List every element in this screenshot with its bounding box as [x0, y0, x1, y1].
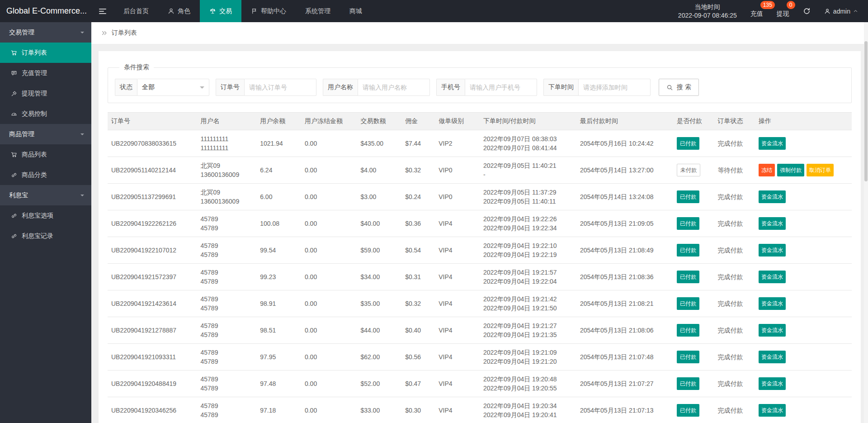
recharge-label: 充值 — [750, 10, 763, 17]
cell-commission: $0.47 — [401, 371, 435, 397]
cell-commission: $0.32 — [401, 290, 435, 317]
local-time-label: 当地时间 — [678, 3, 737, 11]
nav-item-mall[interactable]: 商城 — [340, 0, 372, 22]
order-time-field-group: 下单时间 — [543, 79, 651, 96]
cell-balance: 98.91 — [256, 290, 301, 317]
action-button[interactable]: 资金流水 — [759, 351, 786, 363]
order-no-input[interactable] — [244, 79, 316, 96]
cell-order-no: UB2209041921572397 — [108, 264, 197, 290]
sidebar-item-label: 提现管理 — [22, 90, 47, 98]
cell-actions: 资金流水 — [755, 130, 852, 157]
sidebar-group-interest: 利息宝 利息宝选项 利息宝记录 — [0, 185, 91, 246]
sidebar-group-title-trade[interactable]: 交易管理 — [0, 22, 91, 43]
order-table-header: 订单号 用户名 用户余额 用户冻结金额 交易数额 佣金 做单级别 下单时间/付款… — [108, 113, 852, 130]
cell-paid: 已付款 — [673, 130, 714, 157]
action-button[interactable]: 资金流水 — [759, 377, 786, 390]
action-button[interactable]: 资金流水 — [759, 244, 786, 257]
cell-last-pay-time: 2054年05月14日 13:27:00 — [576, 157, 673, 184]
cell-amount: $33.00 — [357, 397, 401, 423]
cell-user-name: 4578945789 — [197, 397, 257, 423]
cell-balance: 1021.94 — [256, 130, 301, 157]
cell-amount: $435.00 — [357, 130, 401, 157]
search-icon — [666, 84, 673, 91]
cell-frozen: 0.00 — [301, 317, 357, 344]
cell-user-name: 4578945789 — [197, 344, 257, 371]
sidebar-item-goods-category[interactable]: 商品分类 — [0, 165, 91, 185]
chevron-down-icon — [80, 133, 84, 137]
action-button[interactable]: 冻结 — [759, 164, 775, 176]
action-button[interactable]: 资金流水 — [759, 271, 786, 283]
sidebar-item-interest-options[interactable]: 利息宝选项 — [0, 205, 91, 226]
cell-level: VIP4 — [435, 290, 480, 317]
cell-paid: 已付款 — [673, 184, 714, 210]
sidebar-item-recharge-mgmt[interactable]: 充值管理 — [0, 63, 91, 83]
nav-item-help-center[interactable]: 帮助中心 — [241, 0, 296, 22]
nav-label: 后台首页 — [123, 7, 149, 15]
phone-input[interactable] — [465, 79, 537, 96]
cell-frozen: 0.00 — [301, 397, 357, 423]
cell-last-pay-time: 2054年05月14日 13:24:08 — [576, 184, 673, 210]
cell-frozen: 0.00 — [301, 184, 357, 210]
action-button[interactable]: 资金流水 — [759, 217, 786, 230]
cell-level: VIP2 — [435, 130, 480, 157]
user-name-input[interactable] — [358, 79, 430, 96]
sidebar-item-label: 订单列表 — [22, 49, 47, 57]
cell-frozen: 0.00 — [301, 264, 357, 290]
cell-commission: $0.40 — [401, 317, 435, 344]
cell-paid: 已付款 — [673, 397, 714, 423]
nav-item-trade[interactable]: 交易 — [200, 0, 241, 22]
cell-order-no: UB2209070838033615 — [108, 130, 197, 157]
order-time-input[interactable] — [578, 79, 651, 96]
chevron-down-icon — [200, 86, 204, 91]
cell-balance: 99.54 — [256, 237, 301, 264]
cell-actions: 资金流水 — [755, 371, 852, 397]
action-button[interactable]: 资金流水 — [759, 190, 786, 203]
search-button[interactable]: 搜 索 — [659, 79, 699, 96]
nav-item-dashboard[interactable]: 后台首页 — [114, 0, 158, 22]
recharge-link[interactable]: 充值 135 — [750, 5, 763, 18]
sidebar-item-interest-records[interactable]: 利息宝记录 — [0, 226, 91, 246]
withdraw-link[interactable]: 提现 0 — [777, 5, 789, 18]
paid-status-badge: 已付款 — [677, 404, 699, 417]
action-button[interactable]: 资金流水 — [759, 324, 786, 337]
cell-order-no: UB2209051140212144 — [108, 157, 197, 184]
refresh-button[interactable] — [803, 7, 811, 15]
sidebar-toggle-button[interactable] — [91, 0, 114, 22]
sidebar-item-goods-list[interactable]: 商品列表 — [0, 144, 91, 165]
action-button[interactable]: 取消订单 — [807, 164, 834, 176]
sidebar-item-order-list[interactable]: 订单列表 — [0, 43, 91, 63]
cell-commission: $0.24 — [401, 184, 435, 210]
sidebar-item-trade-control[interactable]: 交易控制 — [0, 104, 91, 124]
col-level: 做单级别 — [435, 113, 480, 130]
local-time: 当地时间 2022-09-07 08:46:25 — [678, 3, 737, 20]
table-row: UB2209051137299691 北冥0913600136009 6.00 … — [108, 184, 852, 210]
action-button[interactable]: 资金流水 — [759, 404, 786, 417]
status-select[interactable]: 全部 — [137, 79, 209, 96]
gavel-icon — [11, 90, 17, 97]
action-button[interactable]: 强制付款 — [777, 164, 804, 176]
cell-actions: 资金流水 — [755, 184, 852, 210]
withdraw-label: 提现 — [777, 10, 789, 17]
action-button[interactable]: 资金流水 — [759, 297, 786, 310]
sidebar-group-title-goods[interactable]: 商品管理 — [0, 124, 91, 144]
user-name-label: 用户名称 — [323, 79, 358, 96]
user-name-field-group: 用户名称 — [323, 79, 430, 96]
cell-user-name: 4578945789 — [197, 264, 257, 290]
cell-commission: $0.36 — [401, 210, 435, 237]
col-paid: 是否付款 — [673, 113, 714, 130]
cart-icon — [11, 50, 17, 56]
table-row: UB2209041921093311 4578945789 97.95 0.00… — [108, 344, 852, 371]
cell-user-name: 北冥0913600136009 — [197, 157, 257, 184]
local-time-value: 2022-09-07 08:46:25 — [678, 11, 737, 20]
sidebar-group-title-interest[interactable]: 利息宝 — [0, 185, 91, 205]
cell-frozen: 0.00 — [301, 210, 357, 237]
nav-item-roles[interactable]: 角色 — [158, 0, 200, 22]
user-menu[interactable]: admin — [824, 8, 858, 15]
sidebar-item-withdraw-mgmt[interactable]: 提现管理 — [0, 83, 91, 104]
vertical-scrollbar[interactable] — [864, 22, 868, 423]
topbar-right: 当地时间 2022-09-07 08:46:25 充值 135 提现 0 adm… — [678, 0, 868, 22]
action-button[interactable]: 资金流水 — [759, 137, 786, 150]
scrollbar-thumb[interactable] — [864, 41, 868, 181]
cell-order-status: 完成付款 — [714, 317, 755, 344]
nav-item-system[interactable]: 系统管理 — [296, 0, 340, 22]
